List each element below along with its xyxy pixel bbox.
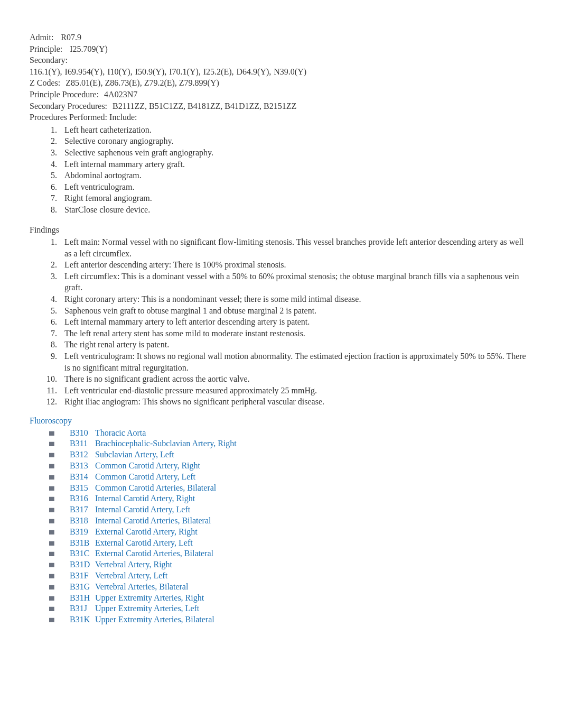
fluoroscopy-desc-link[interactable]: Common Carotid Artery, Right — [95, 461, 200, 470]
fluoroscopy-code[interactable]: B315 — [70, 483, 95, 494]
fluoroscopy-code-link[interactable]: B31J — [70, 604, 87, 613]
secondary-procedures-line: Secondary Procedures: B2111ZZ, B51C1ZZ, … — [30, 100, 531, 112]
fluoroscopy-description[interactable]: Internal Carotid Artery, Right — [95, 493, 195, 504]
fluoroscopy-description[interactable]: Thoracic Aorta — [95, 428, 146, 439]
bullet-icon: ⯀ — [49, 561, 70, 570]
fluoroscopy-code[interactable]: B31G — [70, 582, 95, 593]
fluoroscopy-description[interactable]: Common Carotid Artery, Left — [95, 472, 195, 483]
fluoroscopy-desc-link[interactable]: Upper Extremity Arteries, Bilateral — [95, 615, 214, 624]
fluoroscopy-code-link[interactable]: B31H — [70, 593, 90, 602]
fluoroscopy-code-link[interactable]: B31F — [70, 571, 89, 580]
fluoroscopy-desc-link[interactable]: Upper Extremity Arteries, Left — [95, 604, 199, 613]
fluoroscopy-code[interactable]: B311 — [70, 438, 95, 449]
fluoroscopy-code-link[interactable]: B31D — [70, 560, 90, 569]
fluoroscopy-heading[interactable]: Fluoroscopy — [30, 415, 531, 427]
fluoroscopy-code[interactable]: B31F — [70, 570, 95, 582]
fluoroscopy-code-link[interactable]: B314 — [70, 472, 88, 481]
procedure-item: StarClose closure device. — [59, 204, 531, 216]
fluoroscopy-code[interactable]: B31B — [70, 538, 95, 549]
fluoroscopy-code-link[interactable]: B319 — [70, 527, 88, 536]
fluoroscopy-description[interactable]: External Carotid Artery, Left — [95, 538, 193, 549]
fluoroscopy-code-link[interactable]: B31B — [70, 538, 89, 547]
fluoroscopy-description[interactable]: Upper Extremity Arteries, Left — [95, 603, 199, 614]
fluoroscopy-code-link[interactable]: B316 — [70, 494, 88, 503]
fluoroscopy-code[interactable]: B31J — [70, 603, 95, 614]
fluoroscopy-desc-link[interactable]: Vertebral Artery, Left — [95, 571, 167, 580]
fluoroscopy-item: ⯀B312Subclavian Artery, Left — [49, 449, 531, 460]
fluoroscopy-code[interactable]: B317 — [70, 504, 95, 515]
bullet-icon: ⯀ — [49, 485, 70, 493]
fluoroscopy-code[interactable]: B314 — [70, 472, 95, 483]
fluoroscopy-desc-link[interactable]: Internal Carotid Artery, Right — [95, 494, 195, 503]
fluoroscopy-desc-link[interactable]: Vertebral Artery, Right — [95, 560, 172, 569]
fluoroscopy-item: ⯀B31CExternal Carotid Arteries, Bilatera… — [49, 548, 531, 559]
bullet-icon: ⯀ — [49, 518, 70, 526]
bullet-icon: ⯀ — [49, 550, 70, 559]
fluoroscopy-code[interactable]: B313 — [70, 460, 95, 472]
fluoroscopy-item: ⯀B31JUpper Extremity Arteries, Left — [49, 603, 531, 614]
fluoroscopy-desc-link[interactable]: Vertebral Arteries, Bilateral — [95, 582, 188, 591]
fluoroscopy-code-link[interactable]: B318 — [70, 516, 88, 525]
fluoroscopy-code[interactable]: B312 — [70, 449, 95, 460]
fluoroscopy-description[interactable]: Subclavian Artery, Left — [95, 449, 174, 460]
procedure-item: Abdominal aortogram. — [59, 170, 531, 181]
fluoroscopy-code[interactable]: B316 — [70, 493, 95, 504]
fluoroscopy-description[interactable]: Vertebral Artery, Right — [95, 559, 172, 570]
fluoroscopy-desc-link[interactable]: Internal Carotid Arteries, Bilateral — [95, 516, 211, 525]
fluoroscopy-desc-link[interactable]: Thoracic Aorta — [95, 428, 146, 437]
fluoroscopy-desc-link[interactable]: Brachiocephalic-Subclavian Artery, Right — [95, 439, 237, 448]
fluoroscopy-desc-link[interactable]: Internal Carotid Artery, Left — [95, 505, 190, 514]
bullet-icon: ⯀ — [49, 430, 70, 438]
finding-item: Left ventricular end-diastolic pressure … — [59, 385, 531, 397]
admit-line: Admit: R07.9 — [30, 32, 531, 43]
admit-value: R07.9 — [61, 33, 81, 42]
fluoroscopy-code-link[interactable]: B31G — [70, 582, 90, 591]
fluoroscopy-description[interactable]: Vertebral Artery, Left — [95, 570, 167, 582]
fluoroscopy-code-link[interactable]: B317 — [70, 505, 88, 514]
fluoroscopy-description[interactable]: Internal Carotid Arteries, Bilateral — [95, 515, 211, 527]
fluoroscopy-code-link[interactable]: B311 — [70, 439, 88, 448]
fluoroscopy-item: ⯀B31GVertebral Arteries, Bilateral — [49, 582, 531, 593]
fluoroscopy-link[interactable]: Fluoroscopy — [30, 416, 72, 425]
bullet-icon: ⯀ — [49, 463, 70, 471]
fluoroscopy-code[interactable]: B318 — [70, 515, 95, 527]
fluoroscopy-desc-link[interactable]: External Carotid Artery, Right — [95, 527, 198, 536]
fluoroscopy-desc-link[interactable]: Subclavian Artery, Left — [95, 450, 174, 459]
finding-item: Right iliac angiogram: This shows no sig… — [59, 396, 531, 408]
fluoroscopy-code[interactable]: B31H — [70, 593, 95, 604]
secondary-codes: 116.1(Y), I69.954(Y), I10(Y), I50.9(Y), … — [30, 66, 531, 78]
fluoroscopy-description[interactable]: Upper Extremity Arteries, Right — [95, 593, 204, 604]
fluoroscopy-code-link[interactable]: B312 — [70, 450, 88, 459]
fluoroscopy-list: ⯀B310Thoracic Aorta⯀B311Brachiocephalic-… — [30, 428, 531, 625]
fluoroscopy-code-link[interactable]: B315 — [70, 483, 88, 492]
fluoroscopy-description[interactable]: External Carotid Arteries, Bilateral — [95, 548, 213, 559]
fluoroscopy-code[interactable]: B319 — [70, 527, 95, 538]
fluoroscopy-code[interactable]: B31D — [70, 559, 95, 570]
fluoroscopy-description[interactable]: Internal Carotid Artery, Left — [95, 504, 190, 515]
fluoroscopy-description[interactable]: Upper Extremity Arteries, Bilateral — [95, 614, 214, 625]
fluoroscopy-desc-link[interactable]: Common Carotid Arteries, Bilateral — [95, 483, 216, 492]
fluoroscopy-item: ⯀B314Common Carotid Artery, Left — [49, 472, 531, 483]
procedure-item: Selective coronary angiography. — [59, 135, 531, 147]
fluoroscopy-description[interactable]: Brachiocephalic-Subclavian Artery, Right — [95, 438, 237, 449]
fluoroscopy-description[interactable]: Common Carotid Arteries, Bilateral — [95, 483, 216, 494]
fluoroscopy-code[interactable]: B31K — [70, 614, 95, 625]
fluoroscopy-desc-link[interactable]: Upper Extremity Arteries, Right — [95, 593, 204, 602]
bullet-icon: ⯀ — [49, 529, 70, 537]
fluoroscopy-description[interactable]: Common Carotid Artery, Right — [95, 460, 200, 472]
fluoroscopy-desc-link[interactable]: External Carotid Artery, Left — [95, 538, 193, 547]
bullet-icon: ⯀ — [49, 440, 70, 449]
fluoroscopy-code-link[interactable]: B310 — [70, 428, 88, 437]
fluoroscopy-code[interactable]: B310 — [70, 428, 95, 439]
zcodes-line: Z Codes: Z85.01(E), Z86.73(E), Z79.2(E),… — [30, 77, 531, 89]
fluoroscopy-desc-link[interactable]: External Carotid Arteries, Bilateral — [95, 549, 213, 558]
fluoroscopy-code-link[interactable]: B31K — [70, 615, 90, 624]
bullet-icon: ⯀ — [49, 506, 70, 515]
fluoroscopy-desc-link[interactable]: Common Carotid Artery, Left — [95, 472, 195, 481]
fluoroscopy-description[interactable]: External Carotid Artery, Right — [95, 527, 198, 538]
fluoroscopy-code-link[interactable]: B31C — [70, 549, 89, 558]
fluoroscopy-description[interactable]: Vertebral Arteries, Bilateral — [95, 582, 188, 593]
finding-item: Left internal mammary artery to left ant… — [59, 316, 531, 328]
fluoroscopy-code-link[interactable]: B313 — [70, 461, 88, 470]
fluoroscopy-code[interactable]: B31C — [70, 548, 95, 559]
